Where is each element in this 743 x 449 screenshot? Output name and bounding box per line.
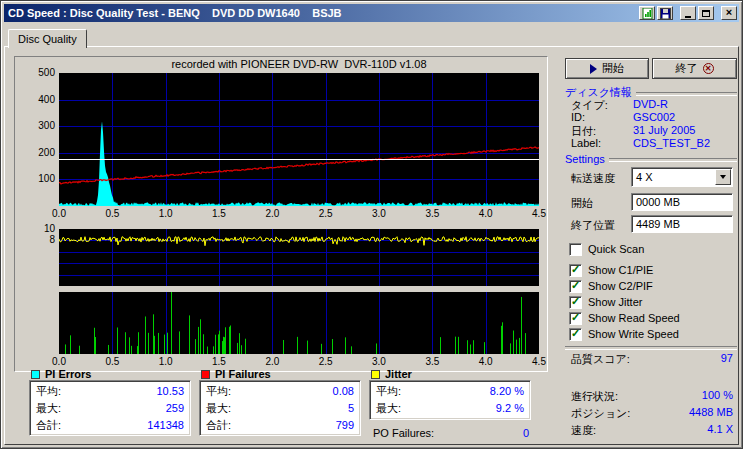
stat-label: 合計: [206,417,231,434]
checkbox-label: Show C2/PIF [588,280,653,292]
x-tick-label: 1.5 [212,356,226,367]
maximize-button[interactable] [698,6,714,20]
position-value: 4488 MB [689,406,733,421]
checkbox-label: Show Jitter [588,296,642,308]
position-label: ポジション: [571,406,630,421]
report-icon[interactable] [639,6,655,20]
stat-value: 10.53 [156,383,184,400]
pi-failures-x-axis: 0.00.51.01.52.02.53.03.54.04.5 [59,356,539,368]
checkbox-label: Show C1/PIE [588,264,653,276]
checkbox-label: Quick Scan [588,243,644,255]
checkbox-box: ✓ [569,328,582,341]
start-position-label: 開始 [571,196,593,211]
speed-select-value: 4 X [632,171,715,183]
start-icon [590,64,597,74]
check-icon: ✓ [571,312,580,323]
pi-errors-statbox: 平均:10.53 最大:259 合計:141348 [29,380,191,436]
stat-value: 259 [166,400,184,417]
y-tick-label: 400 [38,94,55,105]
po-failures-label: PO Failures: [373,427,434,439]
pi-errors-title: PI Errors [45,368,91,380]
checkbox-box: ✓ [569,280,582,293]
recorded-with-note: recorded with PIONEER DVD-RW DVR-110D v1… [59,58,539,70]
y-tick-label: 10 [44,223,55,234]
pi-errors-y-axis: 500400300200100 [15,73,57,206]
tab-disc-quality[interactable]: Disc Quality [8,29,87,48]
settings-header-label: Settings [565,153,605,165]
x-tick-label: 1.5 [212,208,226,219]
checkbox-show-write-speed[interactable]: ✓ Show Write Speed [569,327,679,341]
checkbox-quick-scan[interactable]: ✓ Quick Scan [569,242,644,256]
checkbox-show-c2-pif[interactable]: ✓ Show C2/PIF [569,279,653,293]
titlebar[interactable]: CD Speed : Disc Quality Test - BENQ DVD … [4,4,739,22]
checkbox-show-jitter[interactable]: ✓ Show Jitter [569,295,642,309]
checkbox-label: Show Read Speed [588,312,680,324]
pi-errors-x-axis: 0.00.51.01.52.02.53.03.54.04.5 [59,208,539,220]
stat-value: 141348 [147,417,184,434]
save-icon-glyph [660,8,671,19]
x-tick-label: 4.5 [532,208,546,219]
stat-label: 最大: [206,400,231,417]
position-row: ポジション: 4488 MB [571,406,733,421]
disc-info-row: Label: CDS_TEST_B2 [571,137,735,149]
x-tick-label: 4.5 [532,356,546,367]
chart-frame: recorded with PIONEER DVD-RW DVR-110D v1… [14,56,548,372]
x-tick-label: 3.0 [372,356,386,367]
x-tick-label: 2.0 [265,356,279,367]
checkbox-box: ✓ [569,312,582,325]
x-tick-label: 2.5 [319,208,333,219]
app-window: CD Speed : Disc Quality Test - BENQ DVD … [0,0,743,449]
stat-label: 合計: [36,417,61,434]
divider [565,346,737,350]
speed-row: 速度: 4.1 X [571,423,733,438]
maximize-icon [702,10,710,17]
check-icon: ✓ [571,328,580,339]
jitter-y-axis: 108 [15,229,57,286]
x-tick-label: 0.5 [105,356,119,367]
save-icon[interactable] [657,6,673,20]
stat-value: 799 [336,417,354,434]
info-value: GSC002 [633,111,675,123]
jitter-statbox: 平均:8.20 % 最大:9.2 % [369,380,531,420]
checkbox-box: ✓ [569,296,582,309]
report-icon-glyph [642,8,653,19]
x-tick-label: 1.0 [159,208,173,219]
speed-select-label: 転送速度 [571,171,615,186]
speed-select[interactable]: 4 X [631,167,733,187]
exit-button[interactable]: 終了 ✕ [652,58,737,79]
x-tick-label: 2.0 [265,208,279,219]
checkbox-show-c1-pie[interactable]: ✓ Show C1/PIE [569,263,653,277]
start-button[interactable]: 開始 [565,58,649,79]
settings-header: Settings [565,153,737,165]
pi-failures-statbox: 平均:0.08 最大:5 合計:799 [199,380,361,436]
y-tick-label: 200 [38,147,55,158]
close-button[interactable]: × [721,6,737,20]
speed-label: 速度: [571,423,596,438]
pi-failures-swatch [201,370,210,379]
checkbox-box: ✓ [569,264,582,277]
end-position-label: 終了位置 [571,218,615,233]
stat-value: 8.20 % [490,383,524,400]
minimize-button[interactable] [680,6,696,20]
start-position-field[interactable]: 0000 MB [631,193,733,211]
jitter-legend: Jitter [371,368,412,380]
jitter-title: Jitter [385,368,412,380]
checkbox-show-read-speed[interactable]: ✓ Show Read Speed [569,311,680,325]
info-value: CDS_TEST_B2 [633,137,710,149]
chevron-down-icon [720,175,726,179]
y-tick-label: 300 [38,120,55,131]
pi-errors-chart [59,73,539,206]
check-icon: ✓ [571,296,580,307]
exit-button-label: 終了 [676,61,698,76]
pi-failures-title: PI Failures [215,368,271,380]
x-tick-label: 4.0 [479,208,493,219]
dropdown-button[interactable] [715,169,731,185]
stat-value: 5 [348,400,354,417]
end-position-field[interactable]: 4489 MB [631,215,733,233]
x-tick-label: 4.0 [479,356,493,367]
check-icon: ✓ [571,264,580,275]
x-tick-label: 1.0 [159,356,173,367]
stat-label: 最大: [376,400,401,417]
window-title: CD Speed : Disc Quality Test - BENQ DVD … [8,7,342,19]
quality-score-label: 品質スコア: [571,352,630,367]
